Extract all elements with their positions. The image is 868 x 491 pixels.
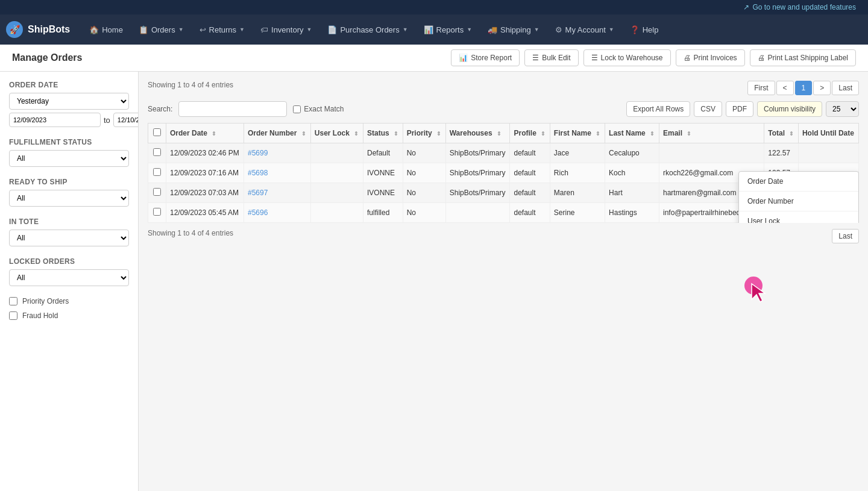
row-checkbox-3[interactable] xyxy=(153,208,161,216)
in-tote-select[interactable]: All xyxy=(9,230,129,246)
page-title: Manage Orders xyxy=(12,52,82,63)
csv-button[interactable]: CSV xyxy=(694,101,722,117)
nav-shipping-label: Shipping xyxy=(500,25,531,34)
logo-text: ShipBots xyxy=(28,24,70,35)
showing-text-top: Showing 1 to 4 of 4 entries xyxy=(148,81,233,89)
col-status[interactable]: Status ⇕ xyxy=(363,124,403,143)
col-last-name[interactable]: Last Name ⇕ xyxy=(605,124,659,143)
col-order-date[interactable]: Order Date ⇕ xyxy=(166,124,244,143)
select-all-checkbox[interactable] xyxy=(153,128,161,136)
cell-priority-2: No xyxy=(403,183,445,203)
bulk-edit-label: Bulk Edit xyxy=(542,54,570,62)
logo[interactable]: 🚀 ShipBots xyxy=(6,21,70,38)
col-user-lock[interactable]: User Lock ⇕ xyxy=(310,124,363,143)
exact-match-text: Exact Match xyxy=(304,105,344,113)
row-checkbox-1[interactable] xyxy=(153,168,161,176)
store-report-label: Store Report xyxy=(471,54,512,62)
page-current-btn[interactable]: 1 xyxy=(795,81,813,95)
col-warehouses[interactable]: Warehouses ⇕ xyxy=(445,124,510,143)
col-first-name[interactable]: First Name ⇕ xyxy=(550,124,605,143)
fulfillment-status-select[interactable]: All xyxy=(9,150,129,167)
sort-arrows-order-number: ⇕ xyxy=(301,131,306,137)
col-vis-item-2[interactable]: User Lock xyxy=(739,211,858,223)
orders-caret: ▼ xyxy=(178,27,184,33)
row-checkbox-0[interactable] xyxy=(153,148,161,156)
col-priority[interactable]: Priority ⇕ xyxy=(403,124,445,143)
row-checkbox-2[interactable] xyxy=(153,188,161,196)
sort-arrows-status: ⇕ xyxy=(394,131,398,137)
nav-reports-label: Reports xyxy=(436,25,464,34)
select-all-header[interactable] xyxy=(148,124,166,143)
cell-priority-3: No xyxy=(403,203,445,223)
nav-my-account[interactable]: ⚙ My Account ▼ xyxy=(548,20,621,39)
in-tote-label: In Tote xyxy=(9,217,129,226)
cell-order-number-2[interactable]: #5697 xyxy=(244,183,311,203)
lock-warehouse-label: Lock to Warehouse xyxy=(601,54,663,62)
nav-shipping[interactable]: 🚚 Shipping ▼ xyxy=(480,20,547,39)
nav-orders-label: Orders xyxy=(151,25,175,34)
reports-caret: ▼ xyxy=(467,27,472,33)
ready-to-ship-select[interactable]: All xyxy=(9,190,129,207)
store-report-button[interactable]: 📊 Store Report xyxy=(451,49,520,66)
cell-order-date-3: 12/09/2023 05:45 AM xyxy=(166,203,244,223)
orders-table-wrapper: Order Date ⇕ Order Number ⇕ User Lock ⇕ xyxy=(148,123,859,223)
bulk-edit-button[interactable]: ☰ Bulk Edit xyxy=(524,49,578,66)
print-invoices-icon: 🖨 xyxy=(684,54,691,62)
pagination-bottom: Last xyxy=(832,229,859,243)
col-vis-item-0[interactable]: Order Date xyxy=(739,172,858,192)
in-tote-section: In Tote All xyxy=(9,217,129,246)
cell-order-number-3[interactable]: #5696 xyxy=(244,203,311,223)
col-email[interactable]: Email ⇕ xyxy=(659,124,764,143)
page-next-btn[interactable]: > xyxy=(813,81,831,95)
cell-order-number-1[interactable]: #5698 xyxy=(244,163,311,183)
priority-orders-checkbox[interactable] xyxy=(9,297,17,305)
nav-items: 🏠 Home 📋 Orders ▼ ↩ Returns ▼ 🏷 Inventor… xyxy=(82,20,862,39)
page-prev-btn[interactable]: < xyxy=(776,81,794,95)
col-total-label: Total xyxy=(768,129,785,137)
main-content: Showing 1 to 4 of 4 entries First < 1 > … xyxy=(139,72,868,491)
date-from-input[interactable] xyxy=(9,113,101,127)
sort-arrows-warehouses: ⇕ xyxy=(497,131,502,137)
exact-match-label[interactable]: Exact Match xyxy=(293,105,344,113)
exact-match-checkbox[interactable] xyxy=(293,105,301,113)
nav-inventory[interactable]: 🏷 Inventory ▼ xyxy=(253,20,319,39)
print-last-label-button[interactable]: 🖨 Print Last Shipping Label xyxy=(750,49,856,66)
lock-to-warehouse-button[interactable]: ☰ Lock to Warehouse xyxy=(583,49,671,66)
print-invoices-button[interactable]: 🖨 Print Invoices xyxy=(676,49,745,66)
date-to-input[interactable] xyxy=(113,113,139,127)
col-total[interactable]: Total ⇕ xyxy=(764,124,799,143)
locked-orders-select[interactable]: All xyxy=(9,269,129,286)
col-first-name-label: First Name xyxy=(554,129,591,137)
nav-help[interactable]: ❓ Help xyxy=(623,20,666,39)
fraud-hold-checkbox[interactable] xyxy=(9,311,17,320)
pdf-button[interactable]: PDF xyxy=(726,101,753,117)
sort-arrows-priority: ⇕ xyxy=(436,131,441,137)
col-order-number[interactable]: Order Number ⇕ xyxy=(244,124,311,143)
page-last-btn[interactable]: Last xyxy=(832,81,859,95)
col-vis-item-1[interactable]: Order Number xyxy=(739,192,858,211)
page-last-btn-bottom[interactable]: Last xyxy=(832,229,859,243)
nav-purchase-orders[interactable]: 📄 Purchase Orders ▼ xyxy=(320,20,415,39)
cell-last-name-1: Koch xyxy=(605,163,659,183)
cell-order-date-2: 12/09/2023 07:03 AM xyxy=(166,183,244,203)
help-icon: ❓ xyxy=(630,25,640,34)
nav-returns-label: Returns xyxy=(209,25,237,34)
search-input[interactable] xyxy=(178,101,287,117)
top-banner: ↗ Go to new and updated features xyxy=(0,0,868,14)
order-date-preset-select[interactable]: Yesterday Today Yesterday Last 7 Days xyxy=(9,93,129,110)
per-page-select[interactable]: 25 50 100 xyxy=(826,101,859,117)
sort-arrows-order-date: ⇕ xyxy=(212,131,216,137)
page-first-btn[interactable]: First xyxy=(747,81,775,95)
col-hold-until[interactable]: Hold Until Date xyxy=(798,124,858,143)
nav-returns[interactable]: ↩ Returns ▼ xyxy=(192,20,252,39)
cell-priority-0: No xyxy=(403,143,445,163)
export-all-rows-button[interactable]: Export All Rows xyxy=(626,101,690,117)
nav-home[interactable]: 🏠 Home xyxy=(82,20,130,39)
col-profile[interactable]: Profile ⇕ xyxy=(510,124,550,143)
column-visibility-button[interactable]: Column visibility xyxy=(757,101,822,117)
nav-orders[interactable]: 📋 Orders ▼ xyxy=(131,20,191,39)
cell-order-number-0[interactable]: #5699 xyxy=(244,143,311,163)
cursor-area xyxy=(744,277,775,307)
new-features-link[interactable]: Go to new and updated features xyxy=(753,3,856,11)
nav-reports[interactable]: 📊 Reports ▼ xyxy=(417,20,479,39)
